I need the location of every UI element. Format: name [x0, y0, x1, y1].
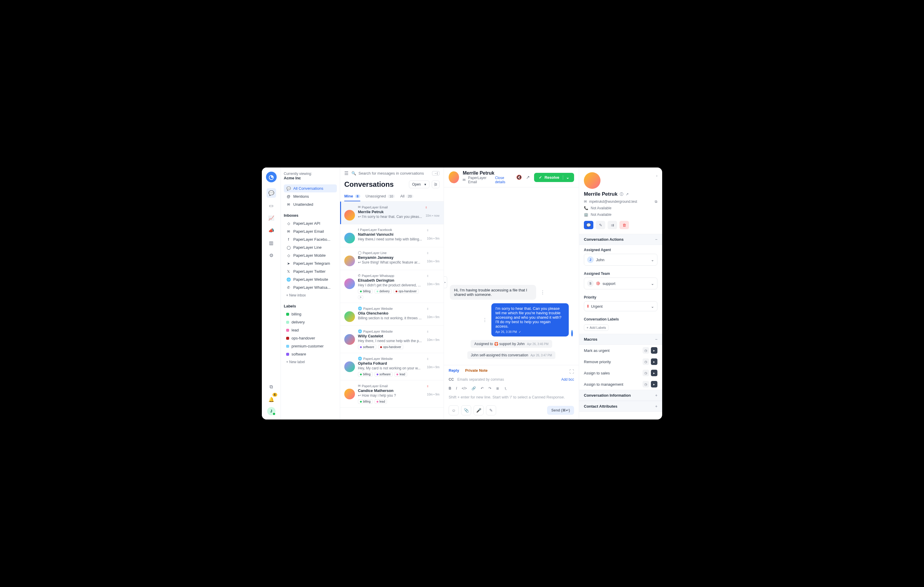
- collapse-section-icon[interactable]: −: [655, 337, 657, 341]
- label-pill[interactable]: ops-handover: [378, 345, 403, 349]
- attach-button[interactable]: 📎: [461, 405, 471, 416]
- sidebar-item-inbox[interactable]: ◇PaperLayer Mobile: [284, 251, 337, 259]
- label-pill[interactable]: ops-handover: [393, 289, 419, 294]
- ol-icon[interactable]: ⒈: [504, 386, 507, 391]
- conversation-item[interactable]: ✉PaperLayer EmailMerrile Petruk↩ I'm sor…: [340, 201, 444, 224]
- sidebar-item-label[interactable]: lead: [284, 326, 337, 334]
- status-filter-select[interactable]: Open▾: [409, 181, 429, 188]
- macro-item[interactable]: Assign to management◷▸: [579, 379, 662, 390]
- macro-item[interactable]: Remove priority◷▸: [579, 356, 662, 367]
- nav-campaigns-icon[interactable]: 📣: [267, 226, 276, 235]
- audio-button[interactable]: 🎤: [474, 405, 483, 416]
- label-pill[interactable]: billing: [358, 372, 373, 376]
- preview-macro-icon[interactable]: ◷: [643, 370, 649, 376]
- nav-reports-icon[interactable]: 📈: [267, 213, 276, 223]
- collapse-section-icon[interactable]: −: [655, 237, 657, 242]
- new-conversation-button[interactable]: 💬: [584, 221, 593, 229]
- label-pill[interactable]: software: [375, 372, 393, 376]
- nav-docs-icon[interactable]: ⧉: [267, 382, 276, 392]
- nav-contacts-icon[interactable]: ▭: [267, 201, 276, 210]
- expand-composer-icon[interactable]: ⛶: [569, 369, 574, 374]
- conversation-item[interactable]: ◯PaperLayer LineBenyamin Janeway↩ Sure t…: [340, 247, 444, 270]
- tab-all[interactable]: All20: [400, 191, 414, 201]
- label-pill[interactable]: delivery: [375, 289, 392, 294]
- tab-reply[interactable]: Reply: [449, 368, 459, 375]
- link-icon[interactable]: 🔗: [472, 386, 476, 391]
- macro-item[interactable]: Assign to sales◷▸: [579, 367, 662, 379]
- share-icon[interactable]: ↗: [526, 175, 530, 180]
- conversation-item[interactable]: 🌐PaperLayer WebsiteWilly CastelotHey the…: [340, 326, 444, 353]
- send-button[interactable]: Send (⌘↵): [547, 406, 574, 415]
- sidebar-item-label[interactable]: premium-customer: [284, 342, 337, 350]
- sidebar-item-inbox[interactable]: ✆PaperLayer Whatsa...: [284, 284, 337, 292]
- contact-avatar[interactable]: [449, 171, 459, 183]
- conversation-item[interactable]: fPaperLayer FacebookNathaniel VannuchiHe…: [340, 224, 444, 247]
- add-labels-button[interactable]: +Add Labels: [584, 324, 609, 331]
- sidebar-item-inbox[interactable]: 𝕏PaperLayer Twitter: [284, 267, 337, 275]
- toggle-sidebar-icon[interactable]: ☰: [344, 170, 348, 176]
- assigned-agent-select[interactable]: JJohn⌄: [584, 254, 657, 265]
- expand-section-icon[interactable]: +: [655, 393, 657, 397]
- run-macro-icon[interactable]: ▸: [651, 370, 657, 376]
- expand-panel-handle[interactable]: ▸: [444, 276, 447, 288]
- more-labels-button[interactable]: >: [358, 295, 363, 299]
- sidebar-item-unattended[interactable]: ✉Unattended: [284, 200, 337, 208]
- signature-button[interactable]: ✎: [486, 405, 496, 416]
- nav-settings-icon[interactable]: ⚙: [267, 251, 276, 260]
- preview-macro-icon[interactable]: ◷: [643, 358, 649, 365]
- nav-library-icon[interactable]: ▥: [267, 238, 276, 247]
- nav-user-avatar[interactable]: J: [267, 407, 276, 416]
- viewing-org[interactable]: Acme Inc: [284, 176, 337, 180]
- label-pill[interactable]: lead: [375, 399, 387, 404]
- conversation-item[interactable]: 🌐PaperLayer WebsiteOphelia FolkardHey, M…: [340, 353, 444, 380]
- filter-button[interactable]: ⚞: [432, 181, 439, 188]
- chevron-right-icon[interactable]: ›: [656, 173, 657, 178]
- chevron-down-icon[interactable]: ⌄: [563, 175, 569, 180]
- search-input[interactable]: 🔍Search for messages in conversations: [351, 171, 429, 175]
- tab-mine[interactable]: Mine8: [344, 191, 360, 201]
- app-logo[interactable]: ◔: [266, 171, 277, 182]
- sidebar-item-label[interactable]: ops-handover: [284, 334, 337, 342]
- new-inbox-button[interactable]: + New inbox: [284, 292, 337, 299]
- add-bcc-link[interactable]: Add bcc: [561, 378, 574, 381]
- conversation-item[interactable]: ✆PaperLayer WhatsappElisabeth DeringtonH…: [340, 270, 444, 303]
- run-macro-icon[interactable]: ▸: [651, 358, 657, 365]
- macro-item[interactable]: Mark as urgent◷▸: [579, 345, 662, 356]
- redo-icon[interactable]: ↷: [488, 386, 492, 391]
- sidebar-item-label[interactable]: delivery: [284, 318, 337, 326]
- tab-private-note[interactable]: Private Note: [465, 368, 487, 375]
- sidebar-item-all-conversations[interactable]: 💬All Conversations: [284, 185, 337, 193]
- new-label-button[interactable]: + New label: [284, 358, 337, 366]
- contact-name[interactable]: Merrile Petruk: [463, 170, 513, 176]
- sidebar-item-mentions[interactable]: @Mentions: [284, 193, 337, 200]
- contact-avatar[interactable]: [584, 172, 601, 189]
- merge-contact-button[interactable]: ⇉: [607, 221, 617, 229]
- composer-textarea[interactable]: Shift + enter for new line. Start with '…: [444, 394, 579, 403]
- edit-contact-button[interactable]: ✎: [596, 221, 605, 229]
- emoji-button[interactable]: ☺: [449, 405, 459, 416]
- sidebar-item-label[interactable]: software: [284, 350, 337, 358]
- run-macro-icon[interactable]: ▸: [651, 347, 657, 354]
- close-details-link[interactable]: Close details: [495, 176, 513, 184]
- conversation-item[interactable]: ✉PaperLayer EmailCandice Matherson↩ How …: [340, 380, 444, 407]
- delete-contact-button[interactable]: 🗑: [619, 221, 629, 229]
- cc-input[interactable]: Emails separated by commas: [457, 378, 558, 381]
- sidebar-item-label[interactable]: billing: [284, 310, 337, 318]
- priority-select[interactable]: ⦀Urgent⌄: [584, 301, 657, 311]
- preview-macro-icon[interactable]: ◷: [643, 347, 649, 354]
- label-pill[interactable]: billing: [358, 399, 373, 404]
- run-macro-icon[interactable]: ▸: [651, 381, 657, 387]
- resolve-button[interactable]: ✓Resolve⌄: [534, 173, 574, 182]
- undo-icon[interactable]: ↶: [481, 386, 483, 391]
- italic-icon[interactable]: I: [456, 386, 457, 391]
- label-pill[interactable]: software: [358, 345, 376, 349]
- nav-notifications-icon[interactable]: 🔔6: [267, 394, 276, 404]
- sidebar-item-inbox[interactable]: ◯PaperLayer Line: [284, 243, 337, 251]
- mute-icon[interactable]: 🔇: [516, 175, 522, 180]
- ul-icon[interactable]: ≣: [496, 386, 499, 391]
- open-external-icon[interactable]: ↗: [626, 192, 629, 196]
- label-pill[interactable]: lead: [394, 372, 407, 376]
- sidebar-item-inbox[interactable]: 🌐PaperLayer Website: [284, 275, 337, 284]
- agent-avatar[interactable]: [571, 330, 573, 336]
- sidebar-item-inbox[interactable]: ➤PaperLayer Telegram: [284, 259, 337, 267]
